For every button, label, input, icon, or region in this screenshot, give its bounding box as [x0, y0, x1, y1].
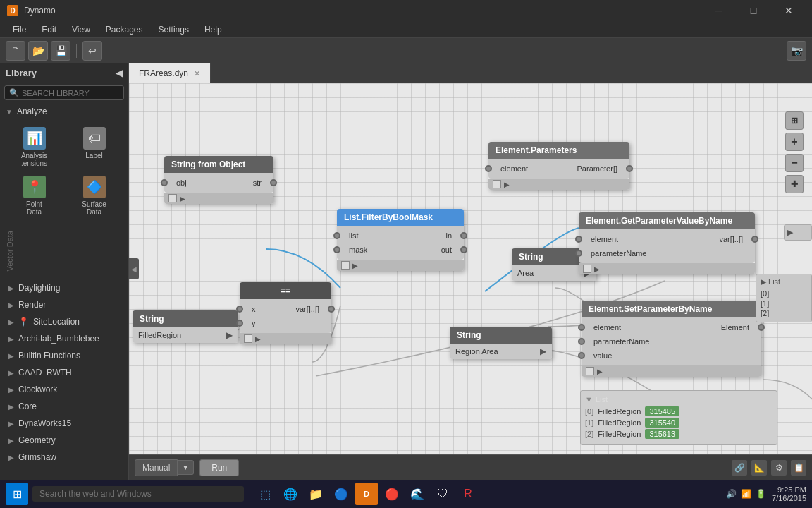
- taskbar-app-task-view[interactable]: ⬚: [254, 483, 276, 505]
- node-get-param[interactable]: Element.GetParameterValueByName element …: [579, 212, 755, 274]
- port-var[interactable]: [751, 236, 758, 243]
- node-string-filled[interactable]: String FilledRegion ▶: [133, 310, 238, 343]
- port-x[interactable]: [236, 306, 243, 313]
- expand-icon[interactable]: ▶: [352, 262, 358, 270]
- port-element[interactable]: [575, 236, 582, 243]
- port-obj[interactable]: [161, 179, 168, 186]
- node-checkbox[interactable]: [341, 261, 350, 270]
- menu-view[interactable]: View: [65, 23, 97, 36]
- zoom-expand-button[interactable]: ✚: [785, 175, 804, 193]
- sidebar-item-geometry[interactable]: ▶ Geometry: [0, 432, 128, 449]
- menu-help[interactable]: Help: [197, 23, 229, 36]
- port-str[interactable]: [270, 179, 277, 186]
- bottom-notes-icon[interactable]: 📋: [791, 460, 806, 476]
- menu-packages[interactable]: Packages: [99, 23, 150, 36]
- bottom-layout-icon[interactable]: 📐: [751, 460, 767, 476]
- menu-file[interactable]: File: [6, 23, 33, 36]
- sidebar-item-core[interactable]: ▶ Core: [0, 398, 128, 415]
- expand-icon[interactable]: ▶: [504, 181, 510, 188]
- close-button[interactable]: ✕: [773, 0, 805, 21]
- port-value[interactable]: [578, 352, 585, 359]
- node-checkbox[interactable]: [493, 180, 501, 188]
- node-checkbox[interactable]: [168, 194, 177, 202]
- sidebar-item-grimshaw[interactable]: ▶ Grimshaw: [0, 449, 128, 466]
- run-mode-label[interactable]: Manual: [135, 459, 178, 476]
- sidebar-item-label[interactable]: 🏷 Label: [66, 124, 123, 170]
- toolbar-camera[interactable]: 📷: [787, 41, 806, 61]
- node-set-param[interactable]: Element.SetParameterByName element Eleme…: [582, 301, 761, 377]
- toolbar-undo[interactable]: ↩: [82, 41, 102, 61]
- restore-button[interactable]: □: [737, 0, 770, 21]
- sidebar-item-analysis[interactable]: 📊 Analysis.ensions: [6, 124, 63, 170]
- node-checkbox[interactable]: [586, 367, 594, 375]
- taskbar-app-skype[interactable]: 🌊: [406, 483, 429, 505]
- taskbar-app-revit[interactable]: R: [457, 483, 479, 505]
- port-var[interactable]: [328, 306, 335, 313]
- taskbar-app-explorer[interactable]: 📁: [304, 483, 327, 505]
- taskbar-app-chrome[interactable]: 🔴: [381, 483, 403, 505]
- node-checkbox[interactable]: [244, 334, 252, 343]
- zoom-fit-button[interactable]: ⊞: [785, 111, 804, 130]
- tab-frareas[interactable]: FRAreas.dyn ✕: [129, 64, 211, 83]
- sidebar-item-builtin[interactable]: ▶ Builtin Functions: [0, 347, 128, 364]
- taskbar-app-dynamo[interactable]: D: [355, 483, 378, 505]
- taskbar-volume-icon[interactable]: 🔊: [726, 489, 737, 499]
- menu-settings[interactable]: Settings: [152, 23, 196, 36]
- sidebar-item-point-data[interactable]: 📍 PointData: [6, 173, 63, 219]
- start-button[interactable]: ⊞: [6, 483, 28, 505]
- port-mask[interactable]: [333, 246, 340, 253]
- sidebar-item-surface-data[interactable]: 🔷 SurfaceData: [66, 173, 123, 219]
- port-element-out[interactable]: [758, 324, 765, 331]
- taskbar-network-icon[interactable]: 📶: [741, 489, 751, 499]
- zoom-in-button[interactable]: +: [785, 133, 804, 151]
- bottom-settings-icon[interactable]: ⚙: [771, 460, 787, 476]
- bottom-link-icon[interactable]: 🔗: [732, 460, 747, 476]
- list-expand-icon[interactable]: ▼: [585, 395, 593, 404]
- sidebar-item-dynaworks[interactable]: ▶ DynaWorks15: [0, 415, 128, 432]
- node-expand[interactable]: ▶: [180, 195, 185, 202]
- toolbar-new[interactable]: 🗋: [6, 41, 25, 61]
- zoom-out-button[interactable]: −: [785, 154, 804, 172]
- expand-icon[interactable]: ▶: [597, 368, 603, 375]
- node-filter[interactable]: List.FilterByBoolMask list in: [337, 209, 464, 271]
- sidebar-toggle[interactable]: ◀: [129, 258, 139, 279]
- port-list[interactable]: [333, 232, 340, 239]
- node-element-parameters[interactable]: Element.Parameters element Parameter[]: [488, 142, 629, 190]
- section-analyze-header[interactable]: ▼ Analyze: [0, 103, 128, 120]
- port-y[interactable]: [236, 320, 243, 327]
- taskbar-app-store[interactable]: 🔵: [330, 483, 352, 505]
- taskbar-app-edge[interactable]: 🌐: [279, 483, 302, 505]
- port-in[interactable]: [460, 232, 467, 239]
- node-checkbox[interactable]: [583, 265, 591, 273]
- port-param-name[interactable]: [578, 338, 585, 345]
- taskbar-battery-icon[interactable]: 🔋: [756, 489, 766, 499]
- search-box[interactable]: 🔍: [4, 85, 124, 100]
- menu-edit[interactable]: Edit: [35, 23, 63, 36]
- tab-close-icon[interactable]: ✕: [194, 69, 200, 78]
- node-string-from-object[interactable]: String from Object obj str: [164, 156, 273, 204]
- port-element[interactable]: [485, 165, 492, 172]
- expand-icon[interactable]: ▶: [594, 265, 600, 273]
- sidebar-collapse[interactable]: ◀: [116, 68, 123, 78]
- node-string-region-area[interactable]: String Region Area ▶: [450, 327, 552, 359]
- port-param[interactable]: [626, 165, 633, 172]
- toolbar-save[interactable]: 💾: [51, 41, 70, 61]
- node-compare[interactable]: == x var[]..[]: [240, 282, 331, 344]
- toolbar-open[interactable]: 📂: [28, 41, 48, 61]
- minimize-button[interactable]: ─: [702, 0, 734, 21]
- canvas[interactable]: String from Object obj str: [129, 83, 812, 454]
- expand-icon[interactable]: ▶: [255, 335, 261, 343]
- port-element[interactable]: [578, 324, 585, 331]
- port-out[interactable]: [460, 246, 467, 253]
- search-input[interactable]: [22, 89, 119, 97]
- run-mode-dropdown[interactable]: ▼: [178, 460, 194, 475]
- sidebar-item-sitelocation[interactable]: ▶ 📍 SiteLocation: [0, 313, 128, 330]
- sidebar-item-render[interactable]: ▶ Render: [0, 296, 128, 313]
- taskbar-app-shield[interactable]: 🛡: [431, 483, 454, 505]
- sidebar-item-archilab[interactable]: ▶ Archi-lab_Bumblebee: [0, 330, 128, 347]
- run-button[interactable]: Run: [199, 459, 239, 476]
- taskbar-search[interactable]: [32, 486, 244, 502]
- port-param-name[interactable]: [575, 250, 582, 257]
- sidebar-item-caad[interactable]: ▶ CAAD_RWTH: [0, 364, 128, 381]
- sidebar-item-daylighting[interactable]: ▶ Daylighting: [0, 279, 128, 296]
